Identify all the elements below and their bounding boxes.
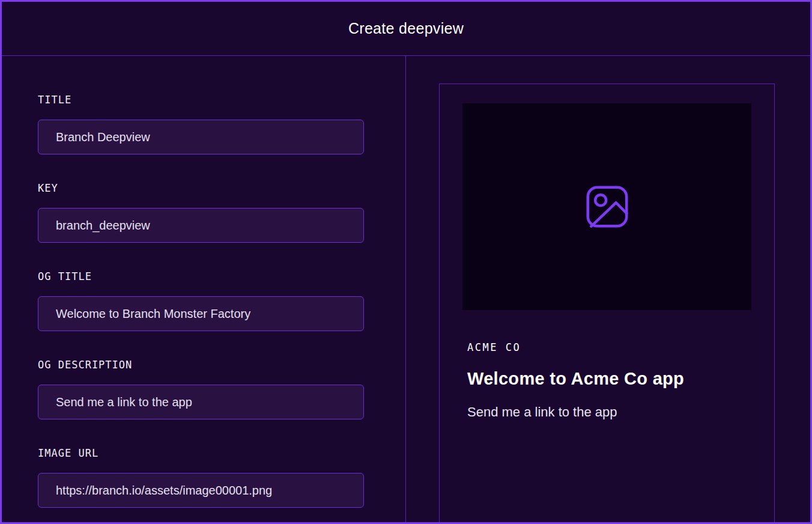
og-title-label: OG TITLE xyxy=(38,271,405,282)
image-url-label: IMAGE URL xyxy=(38,448,405,459)
image-placeholder xyxy=(462,103,751,310)
preview-card: ACME CO Welcome to Acme Co app Send me a… xyxy=(439,84,775,522)
preview-description: Send me a link to the app xyxy=(467,404,751,419)
field-key: KEY xyxy=(38,183,405,243)
key-label: KEY xyxy=(38,183,405,194)
page-title: Create deepview xyxy=(348,20,464,37)
deepview-form: TITLE KEY OG TITLE OG DESCRIPTION IMAGE … xyxy=(2,56,406,522)
preview-brand: ACME CO xyxy=(467,342,751,353)
create-deepview-page: Create deepview TITLE KEY OG TITLE OG DE… xyxy=(0,0,812,524)
image-url-input[interactable] xyxy=(38,473,364,508)
title-label: TITLE xyxy=(38,94,405,106)
image-placeholder-icon xyxy=(580,180,634,234)
field-og-title: OG TITLE xyxy=(38,271,405,331)
og-title-input[interactable] xyxy=(38,296,364,331)
og-description-label: OG DESCRIPTION xyxy=(38,359,405,371)
field-title: TITLE xyxy=(38,94,405,154)
key-input[interactable] xyxy=(38,208,364,243)
title-input[interactable] xyxy=(38,120,364,154)
page-header: Create deepview xyxy=(2,2,810,56)
content: TITLE KEY OG TITLE OG DESCRIPTION IMAGE … xyxy=(2,56,810,522)
preview-text: ACME CO Welcome to Acme Co app Send me a… xyxy=(467,342,751,419)
og-description-input[interactable] xyxy=(38,385,364,419)
field-og-description: OG DESCRIPTION xyxy=(38,359,405,419)
preview-panel: ACME CO Welcome to Acme Co app Send me a… xyxy=(406,56,810,522)
field-image-url: IMAGE URL xyxy=(38,448,405,508)
preview-title: Welcome to Acme Co app xyxy=(467,368,751,389)
